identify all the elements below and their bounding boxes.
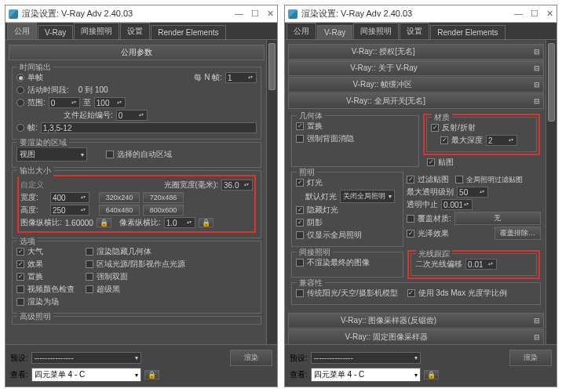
tab-render-elements-r[interactable]: Render Elements: [430, 25, 505, 39]
lock-icon-2[interactable]: 🔒: [199, 218, 213, 227]
input-frames-wrap[interactable]: [41, 122, 257, 133]
minimize-button-r[interactable]: —: [514, 9, 523, 19]
combo-view[interactable]: 四元菜单 4 - C: [31, 368, 141, 382]
rollup-sampler[interactable]: V-Ray:: 图像采样器(反锯齿)⊟: [288, 313, 544, 328]
input-filestart[interactable]: [117, 111, 139, 120]
check-f2s[interactable]: [86, 273, 93, 281]
spinner-aperture[interactable]: ▴▾: [221, 180, 253, 191]
check-compatold[interactable]: [296, 289, 304, 297]
check-lights[interactable]: [296, 179, 304, 187]
close-button[interactable]: ✕: [267, 9, 274, 19]
tab-vray[interactable]: V-Ray: [38, 25, 73, 39]
check-superB[interactable]: [86, 285, 93, 293]
check-glossy[interactable]: [407, 230, 414, 238]
btn-800[interactable]: 800x600: [143, 205, 184, 216]
rollup-global-switches[interactable]: V-Ray:: 全局开关[无名]⊟: [288, 93, 544, 109]
check-maxdepth[interactable]: [440, 136, 448, 144]
scrollbar-r[interactable]: [546, 40, 557, 344]
titlebar-r[interactable]: 渲染设置: V-Ray Adv 2.40.03 — ☐ ✕: [285, 5, 557, 23]
combo-area[interactable]: 视图: [16, 147, 87, 162]
spinner-secray[interactable]: ▴▾: [465, 259, 497, 270]
combo-preset[interactable]: ---------------: [31, 352, 141, 364]
input-pix-aspect[interactable]: [165, 219, 187, 227]
btn-excl[interactable]: 覆盖排除…: [494, 227, 541, 240]
spinner-maxtransp[interactable]: ▴▾: [457, 187, 488, 198]
tab-settings[interactable]: 设置: [120, 23, 150, 39]
lock-view-icon[interactable]: 🔒: [144, 370, 159, 379]
spinner-everyN[interactable]: ▴▾: [225, 72, 257, 83]
check-aslr[interactable]: [86, 260, 93, 268]
scrollbar[interactable]: [266, 40, 277, 344]
tab-gi[interactable]: 间接照明: [74, 23, 119, 39]
spinner-height[interactable]: ▴▾: [50, 205, 89, 216]
input-everyN[interactable]: [226, 74, 248, 82]
group-common-params[interactable]: 公用参数: [9, 45, 265, 60]
rollup-fixed-sampler[interactable]: V-Ray:: 固定图像采样器⊟: [288, 329, 544, 344]
input-frames[interactable]: [42, 124, 256, 132]
tab-bar: 公用 V-Ray 间接照明 设置 Render Elements: [5, 23, 277, 40]
lock-view-icon-r[interactable]: 🔒: [424, 370, 439, 379]
input-aperture[interactable]: [222, 181, 244, 190]
check-filtmaps[interactable]: [407, 176, 414, 183]
spinner-range-b[interactable]: ▴▾: [94, 97, 126, 108]
check-reflref[interactable]: [431, 124, 439, 132]
spinner-pix-aspect[interactable]: ▴▾: [164, 217, 195, 228]
check-forcebc[interactable]: [296, 135, 304, 143]
tab-gi-r[interactable]: 间接照明: [353, 23, 399, 39]
radio-frames[interactable]: [16, 124, 24, 132]
btn-720[interactable]: 720x486: [143, 192, 184, 203]
maximize-button-r[interactable]: ☐: [531, 9, 538, 19]
check-gifilt[interactable]: [455, 176, 463, 183]
check-atmos[interactable]: [16, 248, 24, 256]
lock-icon[interactable]: 🔒: [97, 218, 111, 227]
tab-common[interactable]: 公用: [7, 23, 37, 39]
check-auto-area[interactable]: [106, 151, 114, 158]
spinner-width[interactable]: ▴▾: [50, 192, 89, 203]
btn-640[interactable]: 640x480: [99, 205, 140, 216]
input-width[interactable]: [51, 194, 81, 202]
check-ovrmat[interactable]: [407, 215, 414, 223]
check-maps[interactable]: [427, 158, 435, 166]
tab-vray-r[interactable]: V-Ray: [317, 25, 352, 39]
tab-settings-r[interactable]: 设置: [400, 23, 429, 39]
radio-active-range[interactable]: [16, 86, 24, 94]
combo-preset-r[interactable]: ---------------: [311, 352, 421, 364]
check-usemax[interactable]: [407, 289, 415, 297]
render-button-r[interactable]: 渲染: [509, 350, 552, 366]
spinner-range-a[interactable]: ▴▾: [49, 97, 80, 108]
check-nofinal[interactable]: [296, 259, 304, 267]
check-showgi[interactable]: [296, 231, 304, 239]
radio-range[interactable]: [16, 99, 24, 107]
tab-render-elements[interactable]: Render Elements: [151, 25, 225, 39]
check-displace[interactable]: [16, 273, 24, 281]
check-shadows[interactable]: [296, 219, 304, 227]
minimize-button[interactable]: —: [235, 9, 243, 19]
check-hidlights[interactable]: [296, 206, 304, 214]
scroll-thumb-r[interactable]: [548, 43, 555, 122]
scroll-thumb[interactable]: [268, 43, 276, 90]
rollup-auth[interactable]: V-Ray:: 授权[无名]⊟: [288, 44, 544, 60]
rollup-framebuf[interactable]: V-Ray:: 帧缓冲区⊟: [288, 77, 544, 93]
titlebar[interactable]: 渲染设置: V-Ray Adv 2.40.03 — ☐ ✕: [5, 5, 277, 23]
close-button-r[interactable]: ✕: [546, 9, 553, 19]
radio-single-frame[interactable]: [16, 74, 24, 82]
check-vcc[interactable]: [16, 285, 24, 293]
check-displace-r[interactable]: [296, 122, 304, 130]
check-rtf[interactable]: [16, 298, 24, 306]
check-rhg[interactable]: [86, 248, 93, 256]
combo-view-r[interactable]: 四元菜单 4 - C: [311, 368, 421, 382]
rollup-about[interactable]: V-Ray:: 关于 V-Ray⊟: [288, 60, 544, 76]
tab-common-r[interactable]: 公用: [286, 23, 316, 39]
input-height[interactable]: [51, 206, 81, 215]
spinner-maxdepth[interactable]: ▴▾: [486, 135, 517, 146]
maximize-button[interactable]: ☐: [251, 9, 259, 19]
check-effects[interactable]: [16, 260, 24, 268]
btn-320[interactable]: 320x240: [99, 192, 140, 203]
input-range-a[interactable]: [49, 99, 71, 107]
combo-deflights[interactable]: 关闭全局照明: [340, 190, 395, 203]
spinner-filestart[interactable]: ▴▾: [116, 110, 148, 121]
input-range-b[interactable]: [95, 99, 117, 107]
render-button[interactable]: 渲染: [230, 350, 272, 366]
spinner-transpend[interactable]: ▴▾: [441, 199, 473, 210]
btn-ovrmat[interactable]: 无: [454, 212, 541, 225]
